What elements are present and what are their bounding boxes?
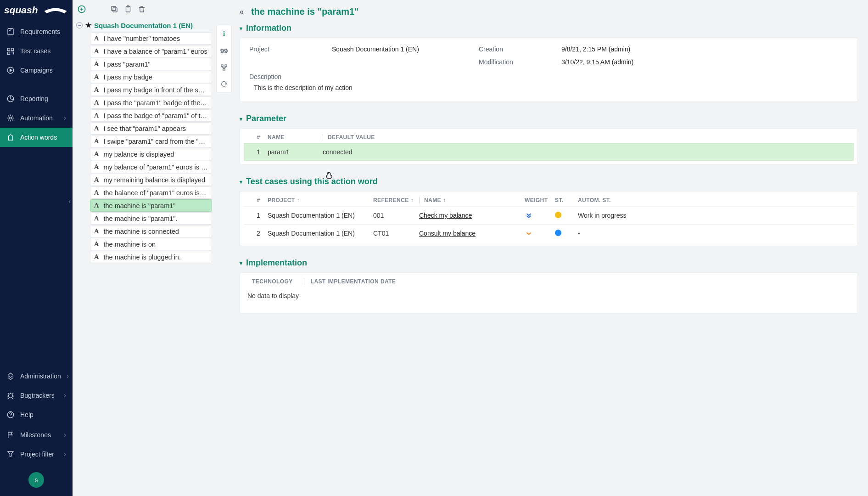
section-implementation-head[interactable]: ▾ Implementation xyxy=(240,258,858,268)
tree-item[interactable]: AI have a balance of "param1" euros xyxy=(90,45,212,57)
tree-item[interactable]: AI pass the badge of "param1" of the... xyxy=(90,109,212,122)
testcase-row[interactable]: 2Squash Documentation 1 (EN)CT01Consult … xyxy=(244,224,854,242)
information-card: Project Squash Documentation 1 (EN) Crea… xyxy=(240,38,858,102)
testcase-link[interactable]: Check my balance xyxy=(419,212,525,219)
paste-icon[interactable] xyxy=(124,5,132,13)
tree-item[interactable]: AI see that "param1" appears xyxy=(90,122,212,135)
col-project[interactable]: PROJECT↑ xyxy=(268,197,373,203)
parameter-table: # NAME DEFAULT VALUE 1 param1 connected xyxy=(240,128,858,165)
tree-item[interactable]: Athe machine is on xyxy=(90,238,212,250)
col-reference[interactable]: REFERENCE↑ xyxy=(373,197,419,203)
automation-icon xyxy=(6,114,15,122)
tree-item[interactable]: AI pass my badge xyxy=(90,71,212,83)
nav-automation[interactable]: Automation › xyxy=(0,108,73,128)
col-last[interactable]: LAST IMPLEMENTATION DATE xyxy=(304,278,396,285)
tree-item[interactable]: Athe machine is "param1" xyxy=(90,199,212,212)
action-glyph-icon: A xyxy=(94,176,99,184)
cell-num: 1 xyxy=(249,212,268,219)
nav-requirements[interactable]: Requirements xyxy=(0,22,73,41)
nav-testcases[interactable]: Test cases xyxy=(0,41,73,61)
section-parameter-head[interactable]: ▾ Parameter xyxy=(240,114,858,124)
tree-item-label: the balance of "param1" euros is di... xyxy=(103,189,208,197)
col-st[interactable]: ST. xyxy=(555,197,578,203)
tree-item[interactable]: Athe balance of "param1" euros is di... xyxy=(90,186,212,199)
hierarchy-icon[interactable] xyxy=(220,64,228,71)
weight-icon xyxy=(525,229,555,237)
nav-reporting[interactable]: Reporting xyxy=(0,89,73,108)
nav-label: Milestones xyxy=(20,431,51,439)
nav-administration[interactable]: Administration › xyxy=(0,366,73,386)
delete-icon[interactable] xyxy=(138,5,146,13)
col-name[interactable]: NAME xyxy=(268,134,323,141)
tree-item[interactable]: Athe machine is connected xyxy=(90,225,212,237)
action-glyph-icon: A xyxy=(94,137,99,145)
svg-rect-4 xyxy=(7,52,10,54)
testcase-row[interactable]: 1Squash Documentation 1 (EN)001Check my … xyxy=(244,206,854,224)
tree-item-label: I pass my badge xyxy=(103,73,152,81)
collapse-icon[interactable]: − xyxy=(76,22,83,28)
cell-autom: Work in progress xyxy=(578,212,633,219)
tree-root[interactable]: − ★ Squash Documentation 1 (EN) xyxy=(74,19,212,32)
action-glyph-icon: A xyxy=(94,202,99,209)
tree-item[interactable]: Athe machine is plugged in. xyxy=(90,251,212,263)
tree-item[interactable]: AI have "number" tomatoes xyxy=(90,32,212,45)
tree-item-label: the machine is connected xyxy=(103,228,179,235)
collapse-sidebar-icon[interactable]: ‹ xyxy=(68,197,71,205)
add-icon[interactable] xyxy=(77,5,86,14)
svg-rect-16 xyxy=(225,65,227,67)
action-glyph-icon: A xyxy=(94,34,99,42)
nav-milestones[interactable]: Milestones › xyxy=(0,425,73,445)
caret-down-icon: ▾ xyxy=(240,25,242,32)
nav-projectfilter[interactable]: Project filter › xyxy=(0,445,73,464)
section-title: Implementation xyxy=(246,258,307,268)
tree-item[interactable]: Amy balance of "param1" euros is dis... xyxy=(90,161,212,173)
cell-reference: CT01 xyxy=(373,230,419,237)
tree-item[interactable]: AI pass my badge in front of the scan... xyxy=(90,84,212,96)
section-testcases-head[interactable]: ▾ Test cases using this action word xyxy=(240,177,858,186)
section-title: Information xyxy=(246,23,291,33)
svg-rect-11 xyxy=(113,8,117,12)
tree-item-label: I pass the badge of "param1" of the... xyxy=(103,112,208,119)
user-avatar[interactable]: s xyxy=(28,472,44,488)
info-tab-icon[interactable]: i xyxy=(223,30,225,38)
action-glyph-icon: A xyxy=(94,150,99,158)
copy-icon[interactable] xyxy=(110,5,118,13)
col-autom[interactable]: AUTOM. ST. xyxy=(578,197,633,203)
sidebar: squash Requirements Test cases Campaigns… xyxy=(0,0,73,496)
col-num[interactable]: # xyxy=(249,197,268,203)
tree-item[interactable]: AI swipe "param1" card from the "par... xyxy=(90,135,212,147)
col-num[interactable]: # xyxy=(249,134,268,141)
nav-actionwords[interactable]: Action words xyxy=(0,128,73,147)
tree-item[interactable]: AI pass "param1" xyxy=(90,58,212,70)
tree-item-label: I have "number" tomatoes xyxy=(103,35,180,42)
reporting-icon xyxy=(6,95,15,103)
implementation-table: TECHNOLOGY LAST IMPLEMENTATION DATE No d… xyxy=(240,272,858,314)
section-information: ▾ Information Project Squash Documentati… xyxy=(240,23,858,102)
col-default[interactable]: DEFAULT VALUE xyxy=(323,134,848,141)
nav-label: Reporting xyxy=(20,95,48,102)
flag-icon xyxy=(6,431,15,439)
sync-icon[interactable] xyxy=(220,80,228,88)
back-icon[interactable]: « xyxy=(240,8,244,16)
section-information-head[interactable]: ▾ Information xyxy=(240,23,858,33)
nav-campaigns[interactable]: Campaigns xyxy=(0,61,73,80)
col-technology[interactable]: TECHNOLOGY xyxy=(252,278,293,285)
nav-label: Help xyxy=(20,411,34,418)
usage-count-badge[interactable]: 99 xyxy=(220,47,228,55)
nav-bugtrackers[interactable]: Bugtrackers › xyxy=(0,386,73,405)
tree-item[interactable]: Athe machine is "param1". xyxy=(90,212,212,225)
main-content: « the machine is "param1" ▾ Information … xyxy=(233,0,868,496)
svg-rect-15 xyxy=(221,65,223,67)
logo: squash xyxy=(0,0,73,22)
testcase-link[interactable]: Consult my balance xyxy=(419,230,525,237)
col-name[interactable]: NAME↑ xyxy=(419,197,525,203)
parameter-row[interactable]: 1 param1 connected xyxy=(244,143,854,161)
nav-help[interactable]: Help xyxy=(0,405,73,424)
sort-asc-icon: ↑ xyxy=(297,197,299,203)
tree-item[interactable]: Amy remaining balance is displayed xyxy=(90,174,212,186)
action-glyph-icon: A xyxy=(94,189,99,197)
tree-item-label: the machine is "param1" xyxy=(103,202,175,209)
tree-item[interactable]: Amy balance is displayed xyxy=(90,148,212,160)
tree-item[interactable]: AI pass the "param1" badge of the "p... xyxy=(90,96,212,109)
col-weight[interactable]: WEIGHT xyxy=(525,197,555,203)
